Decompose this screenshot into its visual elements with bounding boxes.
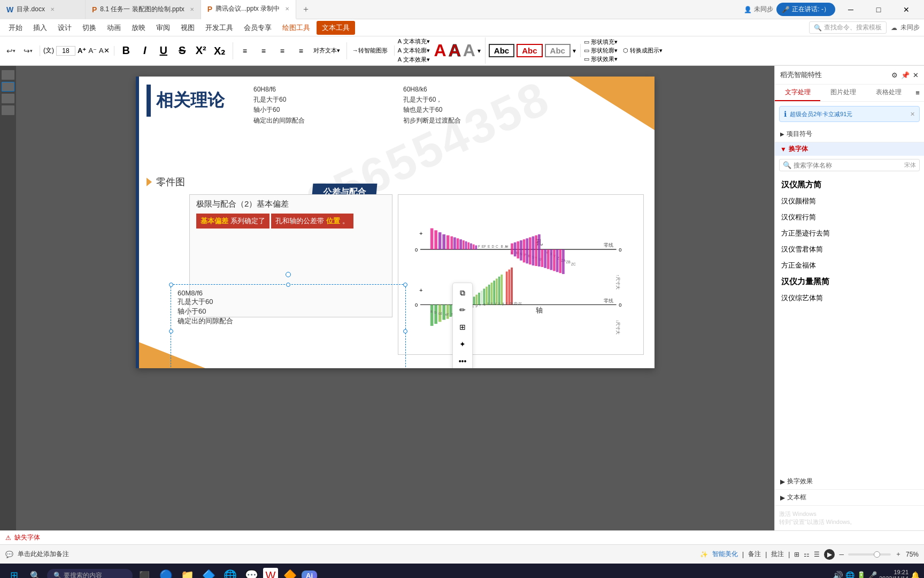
backup-label[interactable]: 备注 [748, 550, 761, 559]
zoom-out-icon[interactable]: ─ [839, 551, 844, 558]
rp-tab-image[interactable]: 图片处理 [820, 85, 866, 101]
store-icon[interactable]: 🔷 [199, 566, 218, 578]
font-item-0[interactable]: 汉仪黑方简 [775, 177, 924, 193]
close-button[interactable]: ✕ [894, 0, 919, 19]
task-view-button[interactable]: ⬛ [135, 566, 154, 578]
superscript-button[interactable]: X² [192, 42, 210, 59]
wps-icon[interactable]: W [263, 568, 278, 578]
slide-thumb-2[interactable] [2, 82, 14, 92]
tab-word-close[interactable]: ✕ [50, 6, 55, 12]
abc-gray-button[interactable]: Abc [545, 44, 571, 57]
italic-button[interactable]: I [136, 42, 153, 59]
font-search-input[interactable] [794, 162, 902, 169]
font-item-5[interactable]: 方正金福体 [775, 257, 924, 273]
text-effect-button[interactable]: A 文本效果▾ [398, 56, 430, 64]
tab-animations[interactable]: 动画 [102, 19, 126, 36]
align-left-button[interactable]: ≡ [236, 42, 253, 59]
strikethrough-button[interactable]: S [174, 42, 191, 59]
speaker-icon[interactable]: 🔊 [833, 571, 843, 579]
tab-review[interactable]: 审阅 [151, 19, 175, 36]
font-item-2[interactable]: 汉仪程行简 [775, 209, 924, 225]
font-item-6[interactable]: 汉仪力量黑简 [775, 273, 924, 290]
section-project-symbol[interactable]: ▶ 项目符号 [775, 126, 924, 142]
text-fill-button[interactable]: A 文本填充▾ [398, 37, 430, 45]
font-shrink-button[interactable]: A⁻ [88, 47, 97, 55]
slide-area[interactable]: 861356554358 相关理论 60H8/f6 孔是大于60 轴小于60 确… [16, 66, 774, 530]
network-icon[interactable]: 🌐 [845, 571, 854, 578]
section-textbox[interactable]: ▶ 文本框 [775, 490, 924, 506]
float-edit-button[interactable]: ✏ [454, 301, 471, 318]
underline-button[interactable]: U [155, 42, 172, 59]
mic-taskbar-icon[interactable]: 🎤 [868, 571, 877, 578]
font-item-3[interactable]: 方正墨迹行去简 [775, 225, 924, 241]
rp-tab-table[interactable]: 表格处理 [866, 85, 911, 101]
slide-thumb-3[interactable] [2, 94, 14, 103]
convert-diagram-button[interactable]: ⬡ 转换成图示▾ [623, 47, 663, 55]
browser-icon[interactable]: 🌐 [220, 566, 240, 578]
slide-thumb-1[interactable] [2, 70, 14, 80]
taskbar-clock[interactable]: 19:21 2022/11/14 [879, 569, 908, 578]
section-font-change-header[interactable]: ▼ 换字体 [775, 142, 924, 156]
tab-home[interactable]: 开始 [3, 19, 28, 36]
handle-ml[interactable] [169, 329, 173, 333]
tab-transitions[interactable]: 切换 [77, 19, 102, 36]
float-layer-button[interactable]: ⧉ [454, 284, 471, 301]
rp-tab-more-button[interactable]: ≡ [911, 85, 924, 101]
tab-pptx1[interactable]: P 8.1 任务一 装配图的绘制.pptx ✕ [86, 0, 201, 19]
text-style-more-button[interactable]: ▾ [478, 47, 481, 55]
tab-drawing-tools[interactable]: 绘图工具 [277, 19, 315, 36]
slide-thumb-4[interactable] [2, 105, 14, 115]
tab-vip[interactable]: 会员专享 [238, 19, 277, 36]
taskbar-search[interactable]: 🔍 要搜索的内容 [47, 569, 133, 579]
align-text-button[interactable]: 对齐文本▾ [311, 45, 342, 56]
tab-pptx2[interactable]: P 腾讯会议...pptx 录制中 ✕ [201, 0, 296, 19]
undo-button[interactable]: ↩ ▾ [3, 45, 18, 56]
font-size-input[interactable]: 18 [56, 46, 75, 56]
float-more-button[interactable]: ••• [454, 353, 471, 368]
text-outline-button[interactable]: A 文本轮廓▾ [398, 47, 430, 55]
grid-view-icon[interactable]: ⚏ [804, 551, 810, 558]
start-button[interactable]: ⊞ [4, 566, 24, 578]
align-center-button[interactable]: ≡ [255, 42, 272, 59]
tab-pptx1-close[interactable]: ✕ [190, 6, 194, 12]
ribbon-search[interactable]: 🔍 查找命令、搜索模板 [809, 21, 887, 34]
abc-red-button[interactable]: Abc [517, 44, 542, 57]
review-label[interactable]: 批注 [771, 550, 784, 559]
panel-close-icon[interactable]: ✕ [913, 71, 919, 79]
maximize-button[interactable]: □ [866, 0, 891, 19]
bold-button[interactable]: B [118, 42, 135, 59]
subscript-button[interactable]: X₂ [211, 42, 228, 59]
app-icon-1[interactable]: 🔶 [280, 566, 299, 578]
tab-view[interactable]: 视图 [175, 19, 200, 36]
content-box[interactable]: 极限与配合（2）基本偏差 基本偏差 系列确定了 孔和轴的公差带 位置 。 [189, 194, 392, 317]
tab-design[interactable]: 设计 [52, 19, 77, 36]
panel-pin-icon[interactable]: 📌 [901, 71, 910, 79]
big-a-shadow-button[interactable]: A [463, 41, 475, 60]
rp-tab-text[interactable]: 文字处理 [775, 85, 820, 101]
abc-more-button[interactable]: ▾ [573, 47, 576, 55]
big-a-outline-button[interactable]: A [449, 41, 461, 60]
tab-developer[interactable]: 开发工具 [200, 19, 238, 36]
tab-slideshow[interactable]: 放映 [126, 19, 151, 36]
ad-close-button[interactable]: ✕ [910, 111, 915, 118]
edge-icon[interactable]: 🔵 [156, 566, 175, 578]
shape-fill-button[interactable]: ▭ 形状填充▾ [584, 38, 618, 46]
new-tab-button[interactable]: ＋ [296, 4, 315, 15]
handle-tl[interactable] [169, 283, 173, 287]
play-button[interactable]: ▶ [824, 549, 835, 560]
float-magic-button[interactable]: ✦ [454, 336, 471, 353]
tab-pptx2-close[interactable]: ✕ [285, 6, 289, 12]
battery-icon[interactable]: 🔋 [857, 571, 866, 578]
align-justify-button[interactable]: ≡ [292, 42, 310, 59]
explorer-icon[interactable]: 📁 [178, 566, 197, 578]
font-clear-button[interactable]: A✕ [99, 47, 110, 55]
tab-word[interactable]: W 目录.docx ✕ [0, 0, 86, 19]
redo-button[interactable]: ↪ ▾ [20, 45, 35, 56]
abc-plain-button[interactable]: Abc [489, 44, 514, 57]
font-item-4[interactable]: 汉仪雪君体简 [775, 241, 924, 257]
tab-insert[interactable]: 插入 [28, 19, 52, 36]
zoom-label[interactable]: 75% [906, 551, 919, 558]
section-font-effect[interactable]: ▶ 换字效果 [775, 474, 924, 490]
zoom-in-icon[interactable]: ＋ [895, 550, 902, 559]
convert-shape-button[interactable]: →转智能图形 [350, 45, 390, 56]
